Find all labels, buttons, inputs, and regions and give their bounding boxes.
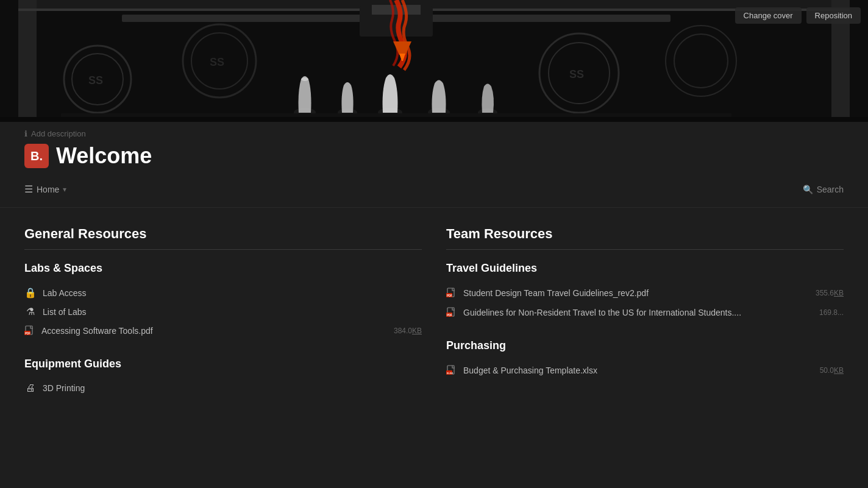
file-pdf-icon-3: PDF <box>446 307 457 318</box>
svg-text:SS: SS <box>210 56 224 68</box>
left-column: General Resources Labs & Spaces 🔒 Lab Ac… <box>24 226 422 414</box>
file-pdf-icon-2: PDF <box>446 288 457 299</box>
main-content: General Resources Labs & Spaces 🔒 Lab Ac… <box>0 208 868 433</box>
cover-image-area: SS SS SS Change cover Reposition <box>0 0 868 122</box>
team-resources-title: Team Resources <box>446 226 844 242</box>
page-icon[interactable]: B. <box>24 144 49 168</box>
change-cover-button[interactable]: Change cover <box>735 7 802 24</box>
student-travel-guidelines-file[interactable]: PDF Student Design Team Travel Guideline… <box>446 283 844 303</box>
add-description-row[interactable]: ℹ Add description <box>24 129 844 138</box>
reposition-button[interactable]: Reposition <box>806 7 861 24</box>
general-resources-title: General Resources <box>24 226 422 242</box>
file-xlsx-icon: XLSX <box>446 365 457 376</box>
equipment-guides-section: Equipment Guides 🖨 3D Printing <box>24 358 422 397</box>
home-label: Home <box>37 185 59 194</box>
svg-rect-2 <box>18 0 37 122</box>
svg-rect-4 <box>18 9 850 11</box>
search-button[interactable]: 🔍 Search <box>803 185 844 194</box>
general-resources-divider <box>24 249 422 250</box>
3d-printing-link[interactable]: 🖨 3D Printing <box>24 379 422 397</box>
team-resources-divider <box>446 249 844 250</box>
chevron-down-icon: ▾ <box>63 185 66 194</box>
svg-text:XLSX: XLSX <box>447 372 454 375</box>
nav-row: ☰ Home ▾ 🔍 Search <box>0 179 868 208</box>
flask-icon: ⚗ <box>24 306 37 317</box>
labs-spaces-title: Labs & Spaces <box>24 262 422 275</box>
lock-icon: 🔒 <box>24 287 37 299</box>
nonresident-travel-guidelines-file[interactable]: PDF Guidelines for Non-Resident Travel t… <box>446 303 844 322</box>
nonresident-travel-guidelines-size: 169.8... <box>819 308 844 317</box>
list-of-labs-link[interactable]: ⚗ List of Labs <box>24 302 422 321</box>
accessing-software-tools-file[interactable]: PDF Accessing Software Tools.pdf 384.0KB <box>24 321 422 341</box>
lab-access-link[interactable]: 🔒 Lab Access <box>24 283 422 302</box>
search-icon: 🔍 <box>803 185 813 194</box>
home-breadcrumb[interactable]: ☰ Home ▾ <box>24 183 66 195</box>
info-icon: ℹ <box>24 129 27 138</box>
student-travel-guidelines-size: 355.6KB <box>816 289 844 297</box>
accessing-software-tools-size: 384.0KB <box>394 327 422 335</box>
list-of-labs-label: List of Labs <box>43 307 87 317</box>
svg-text:PDF: PDF <box>25 332 30 335</box>
travel-guidelines-title: Travel Guidelines <box>446 262 844 275</box>
cover-action-buttons: Change cover Reposition <box>735 7 861 24</box>
3d-printing-label: 3D Printing <box>43 383 85 393</box>
right-column: Team Resources Travel Guidelines PDF Stu… <box>446 226 844 414</box>
page-title: Welcome <box>56 143 152 169</box>
svg-text:SS: SS <box>88 74 103 87</box>
add-description-label: Add description <box>31 129 86 138</box>
svg-text:PDF: PDF <box>447 314 452 317</box>
printer-icon: 🖨 <box>24 383 37 394</box>
nonresident-travel-guidelines-name: Guidelines for Non-Resident Travel to th… <box>463 308 813 317</box>
search-label: Search <box>817 185 844 194</box>
budget-purchasing-file[interactable]: XLSX Budget & Purchasing Template.xlsx 5… <box>446 361 844 380</box>
file-pdf-icon: PDF <box>24 325 35 336</box>
purchasing-title: Purchasing <box>446 339 844 352</box>
lab-access-label: Lab Access <box>43 288 87 298</box>
accessing-software-tools-name: Accessing Software Tools.pdf <box>41 326 388 336</box>
svg-text:SS: SS <box>569 68 584 80</box>
equipment-guides-title: Equipment Guides <box>24 358 422 370</box>
budget-purchasing-name: Budget & Purchasing Template.xlsx <box>463 366 814 375</box>
svg-rect-28 <box>0 117 868 122</box>
svg-rect-7 <box>372 5 421 15</box>
student-travel-guidelines-name: Student Design Team Travel Guidelines_re… <box>463 288 809 298</box>
budget-purchasing-size: 50.0KB <box>820 366 844 375</box>
svg-point-22 <box>301 77 308 81</box>
travel-guidelines-section: Travel Guidelines PDF Student Design Tea… <box>446 262 844 322</box>
list-icon: ☰ <box>24 183 33 195</box>
labs-spaces-section: Labs & Spaces 🔒 Lab Access ⚗ List of Lab… <box>24 262 422 341</box>
page-header: ℹ Add description B. Welcome <box>0 122 868 169</box>
svg-text:PDF: PDF <box>447 294 452 297</box>
purchasing-section: Purchasing XLSX Budget & Purchasing Temp… <box>446 339 844 380</box>
page-title-row: B. Welcome <box>24 143 844 169</box>
